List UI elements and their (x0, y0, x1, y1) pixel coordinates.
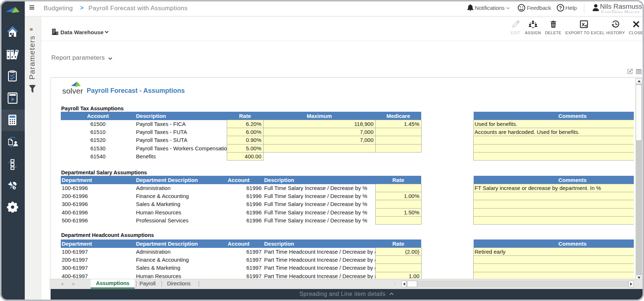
svg-text:X: X (581, 22, 585, 27)
svg-text:?: ? (559, 5, 562, 11)
